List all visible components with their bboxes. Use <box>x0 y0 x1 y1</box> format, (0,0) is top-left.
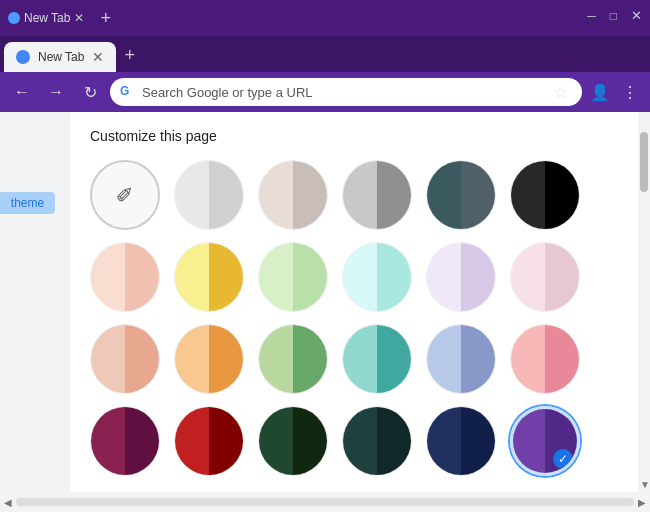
color-option[interactable] <box>258 160 328 230</box>
refresh-button[interactable]: ↻ <box>76 78 104 106</box>
color-option[interactable] <box>426 324 496 394</box>
selected-color-option[interactable]: ✓ <box>510 406 580 476</box>
color-option[interactable] <box>90 242 160 312</box>
color-option[interactable] <box>510 324 580 394</box>
color-option[interactable] <box>258 324 328 394</box>
eyedropper-button[interactable]: ✏ <box>90 160 160 230</box>
address-text: Search Google or type a URL <box>142 85 542 100</box>
color-option[interactable] <box>426 242 496 312</box>
color-option[interactable] <box>258 242 328 312</box>
color-grid: ✏ <box>90 160 618 476</box>
account-icon[interactable]: 👤 <box>588 80 612 104</box>
sidebar-theme-button[interactable]: theme <box>0 192 55 214</box>
color-row-2 <box>90 242 618 312</box>
color-option[interactable] <box>342 242 412 312</box>
nav-bar: ← → ↻ G Search Google or type a URL ☆ 👤 … <box>0 72 650 112</box>
selected-checkmark: ✓ <box>553 449 573 469</box>
new-tab-icon[interactable]: + <box>116 41 143 70</box>
color-option[interactable] <box>342 160 412 230</box>
menu-icon[interactable]: ⋮ <box>618 80 642 104</box>
color-option[interactable] <box>174 242 244 312</box>
tab-label: New Tab <box>38 50 84 64</box>
forward-button[interactable]: → <box>42 78 70 106</box>
scroll-down-arrow[interactable]: ▼ <box>640 479 650 490</box>
scroll-track <box>16 498 634 506</box>
color-picker-panel: Customize this page ✏ <box>70 112 638 492</box>
color-option[interactable] <box>510 160 580 230</box>
color-row-4: ✓ <box>90 406 618 476</box>
color-row-3 <box>90 324 618 394</box>
tab-title-text: New Tab <box>24 11 70 25</box>
color-option[interactable] <box>174 324 244 394</box>
address-bar[interactable]: G Search Google or type a URL ☆ <box>110 78 582 106</box>
scroll-right-arrow[interactable]: ▶ <box>638 497 646 508</box>
color-row-1: ✏ <box>90 160 618 230</box>
vertical-scrollbar[interactable]: ▼ <box>638 112 650 492</box>
color-option[interactable] <box>174 160 244 230</box>
color-option[interactable] <box>342 324 412 394</box>
maximize-button[interactable]: □ <box>610 9 617 23</box>
tab-close-icon[interactable]: ✕ <box>74 11 84 25</box>
sidebar: theme <box>0 112 70 492</box>
color-option[interactable] <box>510 242 580 312</box>
color-option[interactable] <box>90 324 160 394</box>
google-logo: G <box>120 84 136 100</box>
color-option[interactable] <box>342 406 412 476</box>
color-option[interactable] <box>174 406 244 476</box>
color-option[interactable] <box>258 406 328 476</box>
nav-right: 👤 ⋮ <box>588 80 642 104</box>
title-bar: New Tab ✕ + ─ □ ✕ <box>0 0 650 36</box>
tab-bar: New Tab ✕ + <box>0 36 650 72</box>
color-option[interactable] <box>426 160 496 230</box>
page-title: Customize this page <box>90 128 618 144</box>
horizontal-scrollbar[interactable]: ◀ ▶ <box>0 492 650 512</box>
back-button[interactable]: ← <box>8 78 36 106</box>
minimize-button[interactable]: ─ <box>587 9 596 23</box>
tab-close-btn[interactable]: ✕ <box>92 49 104 65</box>
bookmark-icon[interactable]: ☆ <box>548 80 572 104</box>
active-tab[interactable]: New Tab ✕ <box>4 42 116 72</box>
color-option[interactable] <box>90 406 160 476</box>
new-tab-button[interactable]: + <box>100 8 111 29</box>
scrollbar-thumb[interactable] <box>640 132 648 192</box>
scroll-left-arrow[interactable]: ◀ <box>4 497 12 508</box>
color-option[interactable] <box>426 406 496 476</box>
window-close-button[interactable]: ✕ <box>631 8 642 23</box>
eyedropper-icon: ✏ <box>109 179 140 210</box>
